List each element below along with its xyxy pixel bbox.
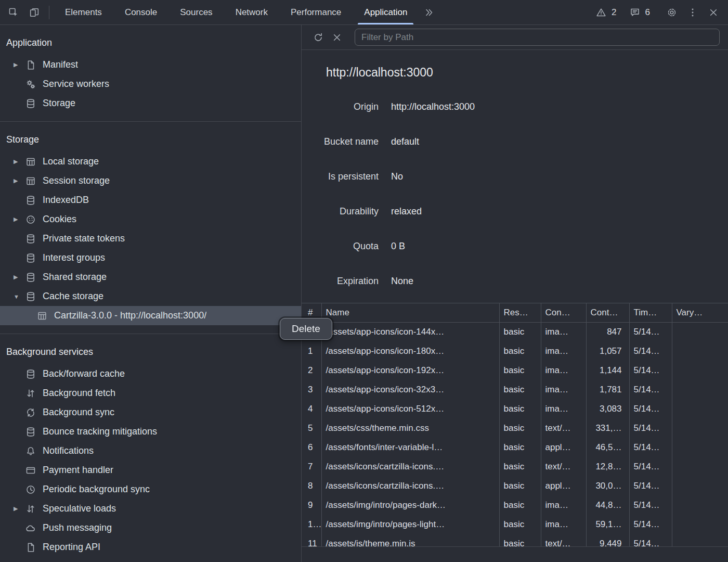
expander-icon[interactable]: ▶ — [14, 177, 25, 184]
sidebar-item-background-fetch[interactable]: Background fetch — [0, 384, 301, 403]
database-icon — [25, 368, 37, 380]
tab-network[interactable]: Network — [224, 0, 279, 24]
sidebar-item-notifications[interactable]: Notifications — [0, 441, 301, 461]
sidebar-item-shared-storage[interactable]: ▶ Shared storage — [0, 267, 301, 287]
sidebar-item-push-messaging[interactable]: Push messaging — [0, 518, 301, 538]
kebab-menu-icon[interactable] — [682, 2, 703, 23]
sidebar-item-storage[interactable]: Storage — [0, 94, 301, 113]
sidebar-item-back-forward-cache[interactable]: Back/forward cache — [0, 364, 301, 384]
sidebar-item-payment-handler[interactable]: Payment handler — [0, 461, 301, 480]
sidebar-section-title: Background services — [0, 339, 301, 364]
vary-header-cell — [672, 515, 728, 534]
response-type-cell: basic — [499, 400, 541, 419]
table-row[interactable]: 5/assets/css/theme.min.cssbasictext/…331… — [302, 419, 728, 438]
sidebar-item-background-sync[interactable]: Background sync — [0, 403, 301, 422]
vary-header-header[interactable]: Vary… — [672, 303, 728, 323]
sidebar-item-reporting-api[interactable]: Reporting API — [0, 538, 301, 557]
metadata-row: Origin http://localhost:3000 — [302, 90, 728, 124]
tab-elements[interactable]: Elements — [54, 0, 113, 24]
more-tabs-icon[interactable] — [419, 2, 439, 23]
vary-header-cell — [672, 400, 728, 419]
response-type-header[interactable]: Res… — [499, 303, 541, 323]
sidebar-item-service-workers[interactable]: Service workers — [0, 74, 301, 94]
time-cached-header[interactable]: Tim… — [629, 303, 672, 323]
grid-icon — [36, 310, 49, 322]
sidebar-item-speculative-loads[interactable]: ▶ Speculative loads — [0, 499, 301, 518]
table-row[interactable]: 7/assets/icons/cartzilla-icons.…basictex… — [302, 457, 728, 477]
expander-icon[interactable]: ▶ — [14, 274, 25, 280]
table-body: 0/assets/app-icons/icon-144x…basicima…84… — [302, 323, 728, 547]
row-number-cell: 1… — [302, 515, 321, 534]
context-menu-delete[interactable]: Delete — [280, 318, 332, 339]
database-icon — [25, 291, 37, 302]
gears-icon — [25, 79, 37, 90]
name-header[interactable]: Name — [321, 303, 499, 323]
tab-sources[interactable]: Sources — [168, 0, 224, 24]
tab-performance[interactable]: Performance — [279, 0, 353, 24]
tab-console[interactable]: Console — [113, 0, 168, 24]
table-row[interactable]: 4/assets/app-icons/icon-512x…basicima…3,… — [302, 400, 728, 419]
table-row[interactable]: 9/assets/img/intro/pages-dark…basicima…4… — [302, 496, 728, 515]
table-row[interactable]: 11/assets/js/theme.min.jsbasictext/…9,44… — [302, 534, 728, 547]
close-devtools-icon[interactable] — [703, 2, 724, 23]
table-row[interactable]: 1/assets/app-icons/icon-180x…basicima…1,… — [302, 342, 728, 361]
row-number-cell: 8 — [302, 477, 321, 496]
sidebar-item-session-storage[interactable]: ▶ Session storage — [0, 171, 301, 190]
expander-icon[interactable]: ▼ — [14, 293, 25, 300]
warning-icon — [594, 2, 608, 23]
cloud-icon — [25, 522, 37, 534]
device-toolbar-icon[interactable] — [24, 2, 45, 23]
content-type-cell: ima… — [541, 496, 586, 515]
table-row[interactable]: 8/assets/icons/cartzilla-icons.…basicapp… — [302, 477, 728, 496]
expander-icon[interactable]: ▶ — [14, 158, 25, 165]
cache-scroll-area[interactable]: http://localhost:3000 Origin http://loca… — [302, 50, 728, 546]
preview-pane-divider[interactable] — [302, 546, 728, 562]
time-cached-cell: 5/14… — [629, 477, 672, 496]
table-header-row: #NameRes…Con…Cont…Tim…Vary… — [302, 303, 728, 323]
content-length-cell: 331,… — [586, 419, 629, 438]
database-icon — [25, 195, 37, 206]
inspect-icon[interactable] — [3, 2, 24, 23]
delete-selected-icon[interactable] — [328, 28, 346, 47]
sidebar-item-cartzilla-3-0-0-http-localhost-3000[interactable]: Cartzilla-3.0.0 - http://localhost:3000/ — [0, 306, 301, 325]
table-row[interactable]: 0/assets/app-icons/icon-144x…basicima…84… — [302, 323, 728, 342]
sidebar-item-cache-storage[interactable]: ▼ Cache storage — [0, 287, 301, 306]
response-type-cell: basic — [499, 515, 541, 534]
cache-toolbar — [302, 25, 728, 50]
cookie-icon — [25, 214, 37, 225]
sidebar-item-local-storage[interactable]: ▶ Local storage — [0, 152, 301, 171]
sidebar-item-cookies[interactable]: ▶ Cookies — [0, 210, 301, 229]
refresh-icon[interactable] — [309, 28, 328, 47]
expander-icon[interactable]: ▶ — [14, 505, 25, 512]
row-number-cell: 7 — [302, 457, 321, 477]
content-type-cell: appl… — [541, 477, 586, 496]
sidebar-item-manifest[interactable]: ▶ Manifest — [0, 55, 301, 74]
time-cached-cell: 5/14… — [629, 361, 672, 380]
cache-storage-panel: http://localhost:3000 Origin http://loca… — [302, 25, 728, 562]
response-type-cell: basic — [499, 438, 541, 457]
table-row[interactable]: 2/assets/app-icons/icon-192x…basicima…1,… — [302, 361, 728, 380]
sidebar-item-periodic-background-sync[interactable]: Periodic background sync — [0, 480, 301, 499]
sidebar-item-private-state-tokens[interactable]: Private state tokens — [0, 229, 301, 248]
warning-count-group[interactable]: 2 — [594, 2, 616, 23]
content-type-cell: ima… — [541, 400, 586, 419]
tab-application[interactable]: Application — [353, 0, 419, 24]
filter-by-path-input[interactable] — [355, 29, 720, 46]
sidebar-item-interest-groups[interactable]: Interest groups — [0, 248, 301, 267]
content-type-header[interactable]: Con… — [541, 303, 586, 323]
settings-gear-icon[interactable] — [661, 2, 682, 23]
table-row[interactable]: 6/assets/fonts/inter-variable-l…basicapp… — [302, 438, 728, 457]
vary-header-cell — [672, 496, 728, 515]
expander-icon[interactable]: ▶ — [14, 216, 25, 223]
table-row[interactable]: 3/assets/app-icons/icon-32x3…basicima…1,… — [302, 380, 728, 400]
sidebar-item-bounce-tracking-mitigations[interactable]: Bounce tracking mitigations — [0, 422, 301, 441]
name-cell: /assets/img/intro/pages-dark… — [321, 496, 499, 515]
content-length-cell: 1,781 — [586, 380, 629, 400]
message-count-group[interactable]: 6 — [628, 2, 650, 23]
time-cached-cell: 5/14… — [629, 457, 672, 477]
expander-icon[interactable]: ▶ — [14, 61, 25, 68]
table-row[interactable]: 1…/assets/img/intro/pages-light…basicima… — [302, 515, 728, 534]
content-length-header[interactable]: Cont… — [586, 303, 629, 323]
sidebar-item-indexeddb[interactable]: IndexedDB — [0, 190, 301, 210]
row-number-cell: 3 — [302, 380, 321, 400]
